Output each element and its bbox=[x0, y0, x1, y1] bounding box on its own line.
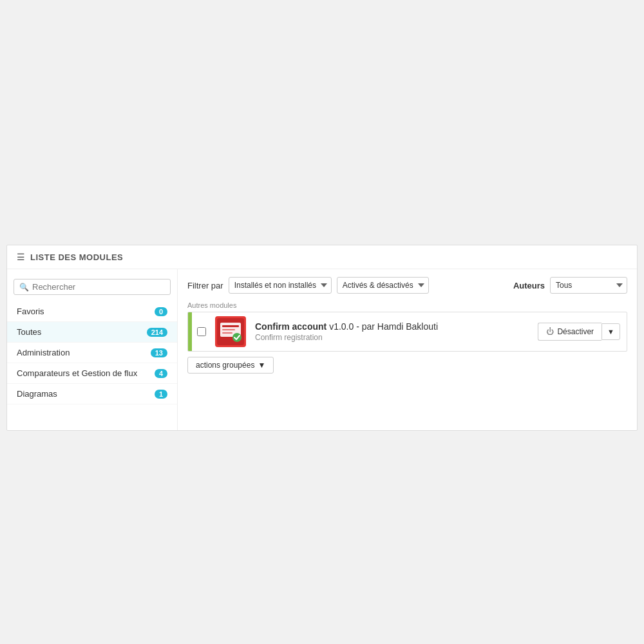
caret-down-icon: ▼ bbox=[258, 361, 265, 370]
svg-rect-5 bbox=[222, 332, 232, 334]
sidebar-administration-badge: 13 bbox=[151, 348, 167, 357]
actions-groupees-button[interactable]: actions groupées ▼ bbox=[187, 357, 274, 374]
search-box[interactable]: 🔍 bbox=[14, 279, 171, 295]
actions-groupees: actions groupées ▼ bbox=[187, 357, 627, 374]
sidebar-toutes-badge: 214 bbox=[147, 328, 167, 337]
chevron-down-icon: ▼ bbox=[607, 328, 614, 336]
sidebar-comparateurs-badge: 4 bbox=[155, 369, 167, 378]
power-icon: ⏻ bbox=[546, 327, 554, 336]
svg-rect-3 bbox=[222, 325, 239, 327]
sidebar: 🔍 Favoris 0 Toutes 214 Administration 13… bbox=[7, 269, 178, 430]
sidebar-item-comparateurs[interactable]: Comparateurs et Gestion de flux 4 bbox=[7, 363, 177, 384]
authors-select[interactable]: Tous bbox=[550, 277, 627, 294]
sidebar-comparateurs-label: Comparateurs et Gestion de flux bbox=[17, 368, 137, 378]
sidebar-item-administration[interactable]: Administration 13 bbox=[7, 343, 177, 363]
sidebar-item-diagramas[interactable]: Diagramas 1 bbox=[7, 384, 177, 404]
sidebar-item-favoris[interactable]: Favoris 0 bbox=[7, 301, 177, 322]
module-icon bbox=[215, 316, 246, 347]
sidebar-diagramas-label: Diagramas bbox=[17, 389, 57, 399]
sidebar-toutes-label: Toutes bbox=[17, 327, 41, 337]
sidebar-item-toutes[interactable]: Toutes 214 bbox=[7, 322, 177, 343]
module-version: v1.0.0 bbox=[329, 321, 354, 332]
status-filter-select[interactable]: Activés & désactivés bbox=[337, 277, 429, 294]
svg-rect-4 bbox=[222, 329, 235, 330]
page-top-spacer bbox=[0, 0, 644, 245]
sidebar-administration-label: Administration bbox=[17, 348, 70, 357]
content-area: Filtrer par Installés et non installés A… bbox=[178, 269, 637, 430]
module-checkbox-area[interactable] bbox=[192, 322, 211, 341]
module-checkbox[interactable] bbox=[197, 327, 206, 336]
module-name: Confirm account v1.0.0 - par Hamdi Baklo… bbox=[255, 321, 526, 332]
filter-bar: Filtrer par Installés et non installés A… bbox=[187, 277, 627, 294]
module-card: Confirm account v1.0.0 - par Hamdi Baklo… bbox=[187, 312, 627, 352]
sidebar-favoris-label: Favoris bbox=[17, 307, 44, 316]
module-author-prefix: - par bbox=[356, 321, 377, 332]
filter-label: Filtrer par bbox=[187, 281, 223, 290]
module-info: Confirm account v1.0.0 - par Hamdi Baklo… bbox=[250, 316, 531, 347]
desactiver-dropdown-button[interactable]: ▼ bbox=[601, 323, 620, 340]
panel-header: ☰ LISTE DES MODULES bbox=[7, 245, 637, 269]
search-icon: 🔍 bbox=[19, 283, 29, 292]
authors-label: Auteurs bbox=[513, 281, 545, 290]
module-category: Autres modules bbox=[187, 301, 627, 309]
authors-section: Auteurs Tous bbox=[513, 277, 627, 294]
module-description: Confirm registration bbox=[255, 333, 526, 342]
panel-title: LISTE DES MODULES bbox=[30, 252, 123, 262]
module-actions: ⏻ Désactiver ▼ bbox=[531, 323, 627, 341]
desactiver-button[interactable]: ⏻ Désactiver bbox=[538, 323, 601, 341]
panel-body: 🔍 Favoris 0 Toutes 214 Administration 13… bbox=[7, 269, 637, 430]
module-author: Hamdi Baklouti bbox=[377, 321, 438, 332]
list-icon: ☰ bbox=[17, 252, 25, 262]
install-filter-select[interactable]: Installés et non installés bbox=[229, 277, 332, 294]
main-panel: ☰ LISTE DES MODULES 🔍 Favoris 0 Toutes 2… bbox=[6, 245, 638, 431]
search-input[interactable] bbox=[32, 282, 165, 292]
sidebar-diagramas-badge: 1 bbox=[155, 390, 167, 399]
sidebar-favoris-badge: 0 bbox=[155, 307, 167, 316]
